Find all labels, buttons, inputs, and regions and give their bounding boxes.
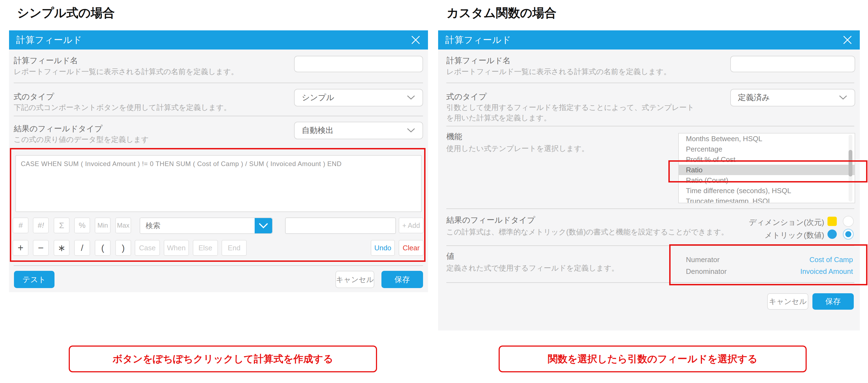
formula-type-dropdown[interactable]: シンプル (294, 89, 423, 106)
when-button[interactable]: When (164, 240, 189, 256)
count-icon: # (18, 221, 23, 230)
formula-type-dropdown[interactable]: 定義済み (730, 89, 855, 106)
calc-field-name-label: 計算フィールド名 (14, 56, 78, 65)
close-icon[interactable] (410, 34, 422, 46)
save-button[interactable]: 保存 (381, 271, 423, 288)
function-option[interactable]: Time difference (seconds), HSQL (679, 185, 855, 196)
formula-type-desc: 引数として使用するフィールドを指定することによって、式テンプレートを用いた計算式… (446, 102, 701, 123)
cancel-button[interactable]: キャンセル (767, 293, 808, 310)
metric-radio-selected[interactable] (843, 229, 854, 240)
formula-type-value: 定義済み (738, 92, 770, 103)
divider (446, 126, 854, 127)
function-listbox: Months Between, HSQL Percentage Profit %… (678, 133, 855, 203)
case-button[interactable]: Case (135, 240, 160, 256)
formula-type-label: 式のタイプ (446, 93, 487, 101)
denominator-field-link[interactable]: Invoiced Amount (739, 267, 853, 276)
count-distinct-button[interactable]: #! (33, 217, 49, 233)
sum-button[interactable]: Σ (54, 217, 69, 233)
chevron-down-icon (407, 128, 415, 133)
formula-type-label: 式のタイプ (14, 93, 54, 101)
value-label: 値 (446, 252, 454, 261)
undo-button[interactable]: Undo (371, 240, 395, 256)
note-simple-formula: ボタンをぽちぽちクリックして計算式を作成する (69, 346, 377, 372)
heading-custom-function-case: カスタム関数の場合 (446, 5, 556, 21)
calc-field-name-desc: レポートフィールド一覧に表示される計算式の名前を定義します。 (14, 67, 238, 77)
calc-field-name-input[interactable] (730, 56, 855, 72)
result-type-desc: この式の戻り値のデータ型を定義します (14, 134, 149, 145)
chevron-down-icon (407, 95, 415, 100)
custom-dialog-header: 計算フィールド (438, 30, 860, 49)
min-button[interactable]: Min (95, 217, 111, 233)
radio-dot (845, 231, 851, 237)
cancel-button[interactable]: キャンセル (335, 271, 374, 288)
dimension-radio-label: ディメンション(次元) (701, 217, 824, 228)
plus-button[interactable]: + (12, 240, 29, 256)
field-search (140, 217, 273, 234)
chevron-down-icon (839, 95, 847, 100)
result-type-dropdown[interactable]: 自動検出 (294, 122, 423, 139)
divider (14, 265, 423, 266)
else-button[interactable]: Else (193, 240, 218, 256)
open-paren-icon: ( (101, 243, 104, 253)
multiply-button[interactable]: ∗ (54, 240, 69, 256)
field-value-input[interactable] (285, 217, 396, 234)
scrollbar-thumb[interactable] (848, 150, 852, 176)
function-option[interactable]: Ratio (Count) (679, 175, 855, 185)
divide-button[interactable]: / (74, 240, 90, 256)
note-custom-function: 関数を選択したら引数のフィールドを選択する (499, 346, 807, 372)
function-option-selected[interactable]: Ratio (679, 165, 855, 175)
close-paren-button[interactable]: ) (115, 240, 131, 256)
value-desc: 定義された式で使用するフィールドを定義します。 (446, 263, 619, 273)
function-option[interactable]: Truncate timestamp, HSQL (679, 196, 855, 203)
divider (446, 245, 854, 246)
divider (446, 208, 854, 209)
field-search-input[interactable] (140, 218, 255, 233)
count-distinct-icon: #! (37, 221, 44, 230)
metric-radio-label: メトリック(数値) (701, 230, 824, 241)
function-option[interactable]: Months Between, HSQL (679, 134, 855, 144)
numerator-label: Numerator (686, 255, 720, 264)
test-button[interactable]: テスト (14, 271, 55, 288)
minus-button[interactable]: − (33, 240, 49, 256)
function-label: 機能 (446, 132, 462, 141)
dialog-title: 計算フィールド (16, 34, 82, 46)
asterisk-icon: ∗ (58, 242, 66, 253)
clear-button[interactable]: Clear (399, 240, 424, 256)
sigma-icon: Σ (59, 221, 64, 230)
divider (446, 82, 854, 83)
numerator-field-link[interactable]: Cost of Camp (739, 255, 853, 264)
close-paren-icon: ) (122, 243, 125, 253)
percent-icon: % (79, 221, 86, 230)
divider (14, 82, 423, 83)
denominator-label: Denominator (686, 267, 727, 276)
result-type-label: 結果のフィールドタイプ (446, 216, 535, 224)
metric-color-swatch (828, 230, 837, 239)
formula-type-desc: 下記の式コンポーネントボタンを使用して計算式を定義します。 (14, 102, 231, 113)
field-search-dropdown-button[interactable] (255, 218, 272, 233)
calc-field-name-input[interactable] (294, 56, 423, 72)
close-icon[interactable] (842, 34, 853, 46)
function-desc: 使用したい式テンプレートを選択します。 (446, 143, 589, 154)
calc-field-name-desc: レポートフィールド一覧に表示される計算式の名前を定義します。 (446, 67, 671, 77)
end-button[interactable]: End (221, 240, 247, 256)
formula-text: CASE WHEN SUM ( Invoiced Amount ) != 0 T… (21, 160, 342, 167)
minus-icon: − (38, 242, 43, 254)
screenshot-root: シンプル式の場合 カスタム関数の場合 計算フィールド 計算フィールド名 レポート… (0, 0, 868, 383)
add-field-button[interactable]: + Add (399, 217, 424, 233)
save-button[interactable]: 保存 (812, 293, 854, 310)
result-type-value: 自動検出 (302, 125, 334, 136)
divider (14, 116, 423, 116)
dialog-title: 計算フィールド (445, 34, 511, 46)
max-button[interactable]: Max (115, 217, 131, 233)
dimension-radio[interactable] (843, 216, 854, 227)
count-button[interactable]: # (12, 217, 29, 233)
divider (446, 282, 854, 283)
percent-button[interactable]: % (74, 217, 90, 233)
slash-icon: / (81, 243, 84, 253)
function-option[interactable]: Profit % of Cost (679, 154, 855, 165)
formula-editor[interactable]: CASE WHEN SUM ( Invoiced Amount ) != 0 T… (16, 155, 422, 212)
function-option[interactable]: Percentage (679, 144, 855, 154)
dimension-color-swatch (828, 217, 837, 226)
result-type-desc: この計算式は、標準的なメトリック(数値)の書式と機能を設定することができます。 (446, 227, 728, 237)
open-paren-button[interactable]: ( (95, 240, 111, 256)
